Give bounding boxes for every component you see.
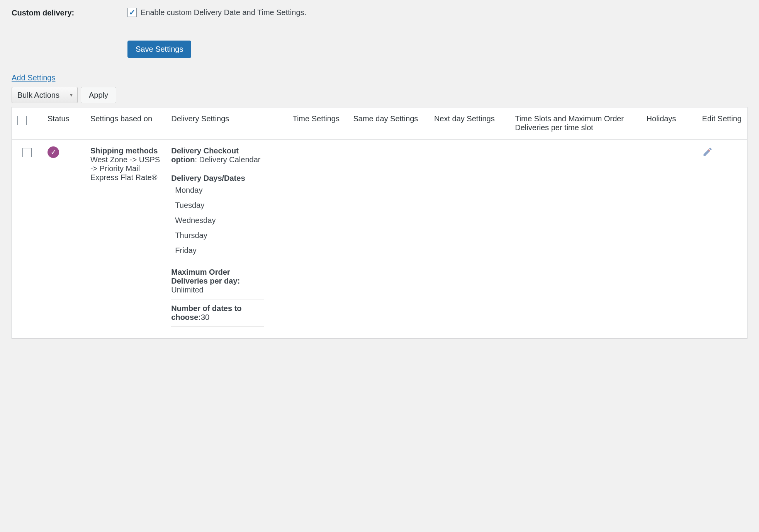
settings-table: Status Settings based on Delivery Settin… (12, 107, 747, 339)
based-on-detail: West Zone -> USPS -> Priority Mail Expre… (90, 155, 160, 182)
header-time[interactable]: Time Settings (287, 107, 348, 139)
day-item: Friday (171, 243, 264, 258)
day-item: Thursday (171, 228, 264, 243)
based-on-title: Shipping methods (90, 146, 160, 155)
delivery-days-label: Delivery Days/Dates (171, 174, 264, 183)
table-row: ✓ Shipping methods West Zone -> USPS -> … (12, 139, 747, 339)
delivery-checkout-value: : Delivery Calendar (195, 155, 260, 164)
header-holidays[interactable]: Holidays (641, 107, 697, 139)
row-checkbox[interactable] (22, 148, 32, 157)
header-delivery[interactable]: Delivery Settings (166, 107, 287, 139)
enable-custom-label: Enable custom Delivery Date and Time Set… (141, 8, 306, 17)
day-item: Tuesday (171, 198, 264, 213)
status-active-icon: ✓ (48, 146, 59, 158)
header-status[interactable]: Status (42, 107, 85, 139)
enable-custom-checkbox[interactable] (127, 8, 137, 17)
header-based-on[interactable]: Settings based on (85, 107, 166, 139)
max-orders-label: Maximum Order Deliveries per day: (171, 268, 240, 285)
header-time-slots[interactable]: Time Slots and Maximum Order Deliveries … (509, 107, 641, 139)
bulk-actions-label: Bulk Actions (12, 91, 65, 100)
bulk-actions-select[interactable]: Bulk Actions ▼ (12, 87, 78, 103)
apply-button[interactable]: Apply (81, 87, 116, 103)
add-settings-link[interactable]: Add Settings (12, 73, 55, 82)
day-item: Monday (171, 183, 264, 198)
header-next-day[interactable]: Next day Settings (429, 107, 509, 139)
day-item: Wednesday (171, 213, 264, 228)
header-same-day[interactable]: Same day Settings (348, 107, 428, 139)
chevron-down-icon: ▼ (65, 87, 77, 103)
num-dates-value: 30 (201, 313, 209, 321)
save-settings-button[interactable]: Save Settings (127, 41, 191, 58)
edit-icon[interactable] (702, 146, 713, 157)
custom-delivery-label: Custom delivery: (12, 8, 127, 17)
max-orders-value: Unlimited (171, 286, 203, 294)
header-edit[interactable]: Edit Setting (697, 107, 747, 139)
select-all-checkbox[interactable] (17, 116, 27, 125)
